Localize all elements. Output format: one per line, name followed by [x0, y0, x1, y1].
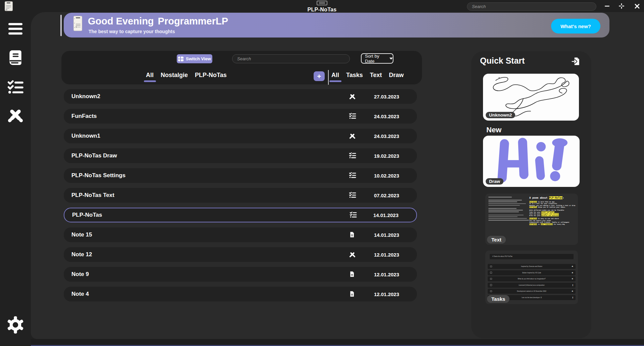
poem-segment: PLP-NoTas [529, 218, 537, 219]
note-date: 19.02.2023 [374, 153, 399, 159]
poem-title: A poem about PLP-NoTas: [529, 196, 576, 199]
card-badge: Text [487, 236, 506, 244]
note-row[interactable]: PLP-NoTas Settings10.02.2023 [64, 168, 417, 183]
note-row[interactable]: Unknown227.03.2023 [64, 89, 417, 104]
tasks-icon [349, 192, 356, 199]
whats-new-button[interactable]: What's new? [551, 19, 600, 33]
export-note-icon[interactable] [571, 57, 581, 67]
tasks-icon [350, 211, 357, 219]
add-note-button[interactable]: + [314, 71, 325, 81]
poem-segment: tasks and goals [541, 211, 554, 213]
card-badge: Tasks [487, 295, 509, 303]
poem-segment: thoughts and stories [541, 213, 559, 215]
note-title: Note 9 [71, 271, 89, 278]
tab-type-all[interactable]: All [331, 72, 339, 79]
titlebar: PLP-NoTas [0, 0, 644, 12]
restore-button[interactable] [616, 1, 627, 11]
note-title: PLP-NoTas [72, 212, 102, 218]
poem-segment: helps you to realize your ideas. [537, 206, 566, 208]
greeting-banner: Good EveningProgrammerLP The best way to… [64, 13, 609, 38]
draw-icon[interactable] [0, 106, 31, 124]
text-line [488, 220, 529, 221]
note-date: 12.01.2023 [374, 291, 399, 297]
task-row: What do you think about my Imagination?+ [488, 276, 576, 281]
minimize-button[interactable] [601, 1, 613, 11]
note-title: Note 4 [71, 291, 89, 297]
poem-segment: Whether you are making a list, writing a… [529, 205, 575, 206]
switch-view-button[interactable]: Switch View [177, 54, 212, 63]
poem-segment: doodles and sketches [541, 215, 559, 216]
close-button[interactable] [631, 1, 643, 11]
note-list: Unknown227.03.2023FunFacts24.03.2023Unkn… [64, 89, 417, 306]
quick-card-unknown2[interactable]: Unknown2 [483, 74, 579, 121]
task-row: Sticker Inspired by VS Code+ [488, 270, 576, 275]
note-date: 12.01.2023 [374, 252, 399, 258]
tab-category-nostalgie[interactable]: Nostalgie [161, 72, 188, 79]
tab-type-tasks[interactable]: Tasks [346, 72, 363, 79]
notes-search-input[interactable] [232, 54, 350, 63]
note-date: 12.01.2023 [374, 272, 399, 277]
text-line [488, 205, 520, 206]
tasks-icon [349, 152, 356, 159]
tasks-icon[interactable] [0, 80, 31, 94]
grid-view-icon [178, 57, 183, 61]
quick-card-tasks[interactable]: A Tasks list about PLP-NoTas Inspired by… [485, 251, 578, 304]
note-row[interactable]: Note 912.01.2023 [64, 267, 417, 282]
quick-card-text[interactable]: A poem about PLP-NoTas: PLP-NoTas is mor… [485, 194, 578, 245]
quick-card-draw[interactable]: Draw [483, 136, 580, 187]
note-title: PLP-NoTas Draw [71, 152, 117, 159]
tasks-card-header-text: A Tasks list about PLP-NoTas [492, 256, 513, 257]
notepad-icon [73, 16, 83, 32]
task-row: Inspired by Onenote and Notion+ [488, 264, 576, 269]
note-title: Unknown2 [71, 93, 100, 100]
note-row[interactable]: PLP-NoTas Draw19.02.2023 [64, 148, 417, 163]
poem-title-segment: : [562, 196, 564, 199]
card-badge: Draw [486, 178, 503, 185]
draw-icon [349, 93, 356, 100]
settings-gear-icon[interactable] [0, 316, 31, 334]
note-date: 24.03.2023 [374, 114, 399, 119]
poem-segment: Text for your [529, 213, 541, 215]
task-text: Licenced (Unlicense) as a composition [488, 284, 576, 286]
note-row[interactable]: PLP-NoTas Text07.02.2023 [64, 188, 417, 203]
note-title: Unknown1 [71, 133, 100, 139]
note-row[interactable]: Note 1212.01.2023 [64, 247, 417, 262]
note-date: 24.03.2023 [374, 133, 399, 139]
chevron-down-icon [389, 58, 393, 60]
username: ProgrammerLP [158, 16, 228, 26]
greeting-subtitle: The best way to capture your thoughts [89, 29, 175, 34]
note-date: 27.03.2023 [374, 94, 399, 99]
menu-icon[interactable] [0, 22, 31, 36]
text-line [488, 210, 523, 211]
tab-category-plp-notas[interactable]: PLP-NoTas [195, 72, 227, 79]
note-row[interactable]: PLP-NoTas14.01.2023 [64, 208, 417, 222]
note-row[interactable]: Unknown124.03.2023 [64, 129, 417, 143]
notes-toolbar: Switch View Sort by Date AllNostalgiePLP… [61, 51, 422, 84]
task-text: Development started on 19 December 2022 [488, 290, 576, 292]
poem-segment: Communicate with friends, family or coll… [529, 221, 569, 223]
note-title: Note 15 [71, 231, 92, 238]
tasks-icon [349, 113, 356, 120]
notes-icon[interactable] [0, 49, 31, 66]
task-add-icon: + [572, 277, 573, 280]
note-row[interactable]: FunFacts24.03.2023 [64, 109, 417, 124]
tab-type-text[interactable]: Text [370, 72, 382, 79]
app-window: PLP-NoTas [0, 0, 644, 346]
tasks-icon [349, 172, 356, 179]
note-row[interactable]: Note 412.01.2023 [64, 287, 417, 301]
poem-segment: is more than an app [537, 201, 554, 203]
greeting-text: Good Evening [88, 16, 154, 26]
category-tabs: AllNostalgiePLP-NoTas [146, 72, 227, 79]
quick-start-panel: Quick Start Unknown2 New [471, 51, 591, 338]
task-text: Inspired by Onenote and Notion [488, 266, 576, 267]
text-line [488, 211, 519, 212]
titlebar-search-input[interactable] [467, 2, 596, 11]
poem-segment: PLP-NoTas [529, 223, 537, 225]
tab-category-all[interactable]: All [146, 72, 154, 79]
poem-segment: PLP-NoTas [529, 206, 537, 208]
note-row[interactable]: Note 1514.01.2023 [64, 227, 417, 242]
tab-type-draw[interactable]: Draw [389, 72, 404, 79]
sort-dropdown[interactable]: Sort by Date [361, 53, 393, 64]
text-line [488, 200, 522, 201]
sidebar [0, 0, 31, 346]
